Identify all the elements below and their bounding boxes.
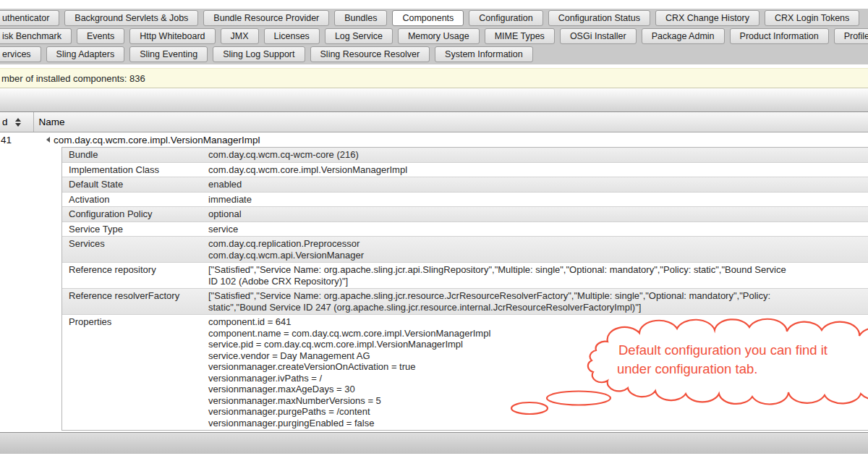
tab-uthenticator[interactable]: uthenticator: [0, 10, 59, 26]
detail-row-properties: Propertiescomponent.id = 641component.na…: [62, 315, 868, 430]
detail-value-line: component.id = 641: [208, 316, 868, 328]
detail-row-default-state: Default Stateenabled: [62, 177, 868, 193]
detail-label: Default State: [62, 177, 203, 192]
detail-label: Reference resolverFactory: [62, 289, 203, 314]
detail-value-line: ["Satisfied","Service Name: org.apache.s…: [208, 290, 868, 302]
detail-value-line: ["Satisfied","Service Name: org.apache.s…: [208, 264, 868, 276]
detail-label: Configuration Policy: [62, 207, 203, 221]
tab-log-service[interactable]: Log Service: [325, 28, 393, 44]
detail-value: com.day.cq.wcm.cq-wcm-core (216): [203, 148, 868, 162]
detail-row-reference-resolverfactory: Reference resolverFactory["Satisfied","S…: [62, 289, 868, 315]
installed-components-count: mber of installed components: 836: [1, 73, 145, 84]
detail-value-line: optional: [208, 208, 868, 220]
detail-value-line: com.day.cq.wcm.core.impl.VersionManagerI…: [208, 164, 868, 176]
sort-down-arrow-icon: [15, 123, 21, 127]
detail-value-line: immediate: [208, 194, 868, 206]
tab-background-servlets-jobs[interactable]: Background Servlets & Jobs: [64, 10, 198, 26]
detail-value-line: static","Bound Service ID 247 (org.apach…: [208, 302, 868, 313]
detail-value-line: component.name = com.day.cq.wcm.core.imp…: [208, 328, 868, 339]
detail-row-configuration-policy: Configuration Policyoptional: [62, 207, 868, 222]
detail-value-line: com.day.cq.replication.Preprocessor: [208, 238, 868, 250]
detail-label: Reference repository: [62, 263, 203, 288]
felix-web-console: uthenticatorBackground Servlets & JobsBu…: [0, 0, 868, 456]
table-header: d Name: [0, 112, 868, 132]
tab-mime-types[interactable]: MIME Types: [485, 28, 555, 44]
detail-value-line: versionmanager.maxNumberVersions = 5: [208, 395, 868, 407]
tab-http-whiteboard[interactable]: Http Whiteboard: [129, 28, 215, 44]
tab-row-1: uthenticatorBackground Servlets & JobsBu…: [0, 10, 868, 26]
status-bar: mber of installed components: 836: [0, 68, 868, 88]
detail-value: com.day.cq.replication.Preprocessorcom.d…: [203, 237, 868, 262]
component-id: 41: [0, 135, 42, 145]
tab-sling-resource-resolver[interactable]: Sling Resource Resolver: [310, 46, 430, 62]
detail-value: ["Satisfied","Service Name: org.apache.s…: [203, 263, 868, 288]
sort-icon[interactable]: [15, 118, 21, 127]
detail-label: Services: [62, 237, 203, 262]
component-details-table: Bundlecom.day.cq.wcm.cq-wcm-core (216)Im…: [61, 147, 868, 431]
component-name: com.day.cq.wcm.core.impl.VersionManagerI…: [54, 135, 260, 145]
detail-value-line: versionmanager.createVersionOnActivation…: [208, 361, 868, 373]
detail-value: enabled: [203, 177, 868, 192]
tab-crx-change-history[interactable]: CRX Change History: [655, 10, 760, 26]
detail-value: com.day.cq.wcm.core.impl.VersionManagerI…: [203, 163, 868, 177]
detail-value-line: ID 102 (Adobe CRX Repository)"]: [208, 276, 868, 287]
tab-isk-benchmark[interactable]: isk Benchmark: [0, 28, 72, 44]
tab-sling-eventing[interactable]: Sling Eventing: [129, 46, 208, 62]
detail-value-line: com.day.cq.wcm.api.VersionManager: [208, 250, 868, 261]
toolbar-band: [0, 88, 868, 112]
detail-row-reference-repository: Reference repository["Satisfied","Servic…: [62, 263, 868, 289]
detail-value-line: service: [208, 224, 868, 235]
detail-row-services: Servicescom.day.cq.replication.Preproces…: [62, 237, 868, 263]
component-row[interactable]: 41 com.day.cq.wcm.core.impl.VersionManag…: [0, 132, 868, 147]
tab-memory-usage[interactable]: Memory Usage: [398, 28, 480, 44]
tab-package-admin[interactable]: Package Admin: [642, 28, 725, 44]
tab-profiler[interactable]: Profiler: [834, 28, 868, 44]
detail-value-line: versionmanager.purgingEnabled = false: [208, 418, 868, 429]
collapse-triangle-icon[interactable]: [46, 137, 50, 143]
detail-row-bundle: Bundlecom.day.cq.wcm.cq-wcm-core (216): [62, 148, 868, 163]
tab-jmx[interactable]: JMX: [221, 28, 259, 44]
detail-value-line: service.vendor = Day Management AG: [208, 350, 868, 362]
window-top-strip: [0, 0, 868, 9]
tab-events[interactable]: Events: [77, 28, 124, 44]
detail-label: Bundle: [62, 148, 203, 162]
tab-configuration-status[interactable]: Configuration Status: [548, 10, 650, 26]
footer-bar: [0, 432, 868, 454]
tab-ervices[interactable]: ervices: [0, 46, 41, 62]
column-header-name[interactable]: Name: [39, 117, 65, 127]
detail-label: Properties: [62, 315, 203, 430]
tab-configuration[interactable]: Configuration: [469, 10, 542, 26]
detail-value: optional: [203, 207, 868, 221]
detail-label: Service Type: [62, 222, 203, 237]
tab-row-2: isk BenchmarkEventsHttp WhiteboardJMXLic…: [0, 28, 868, 44]
tab-sling-adapters[interactable]: Sling Adapters: [46, 46, 125, 62]
detail-value-line: versionmanager.purgePaths = /content: [208, 406, 868, 418]
detail-row-implementation-class: Implementation Classcom.day.cq.wcm.core.…: [62, 163, 868, 178]
tab-licenses[interactable]: Licenses: [264, 28, 320, 44]
tab-components[interactable]: Components: [392, 10, 464, 26]
detail-value-line: versionmanager.ivPaths = /: [208, 373, 868, 384]
detail-row-activation: Activationimmediate: [62, 193, 868, 208]
detail-label: Implementation Class: [62, 163, 203, 177]
sort-up-arrow-icon: [15, 118, 21, 122]
detail-value: immediate: [203, 193, 868, 207]
components-table-body: 41 com.day.cq.wcm.core.impl.VersionManag…: [0, 132, 868, 431]
tab-bundle-resource-provider[interactable]: Bundle Resource Provider: [203, 10, 329, 26]
detail-value-line: versionmanager.maxAgeDays = 30: [208, 384, 868, 395]
tab-osgi-installer[interactable]: OSGi Installer: [560, 28, 637, 44]
tab-crx-login-tokens[interactable]: CRX Login Tokens: [765, 10, 859, 26]
tab-product-information[interactable]: Product Information: [730, 28, 829, 44]
detail-value-line: enabled: [208, 179, 868, 190]
detail-label: Activation: [62, 193, 203, 207]
column-divider: [33, 112, 34, 132]
tab-bundles[interactable]: Bundles: [334, 10, 387, 26]
detail-row-service-type: Service Typeservice: [62, 222, 868, 237]
detail-value: component.id = 641component.name = com.d…: [203, 315, 868, 430]
column-header-id[interactable]: d: [0, 117, 8, 127]
tab-sling-log-support[interactable]: Sling Log Support: [213, 46, 305, 62]
tab-row-3: ervicesSling AdaptersSling EventingSling…: [0, 46, 868, 62]
detail-value-line: com.day.cq.wcm.cq-wcm-core (216): [208, 149, 868, 161]
detail-value: ["Satisfied","Service Name: org.apache.s…: [203, 289, 868, 314]
tab-bar: uthenticatorBackground Servlets & JobsBu…: [0, 9, 868, 64]
tab-system-information[interactable]: System Information: [435, 46, 533, 62]
